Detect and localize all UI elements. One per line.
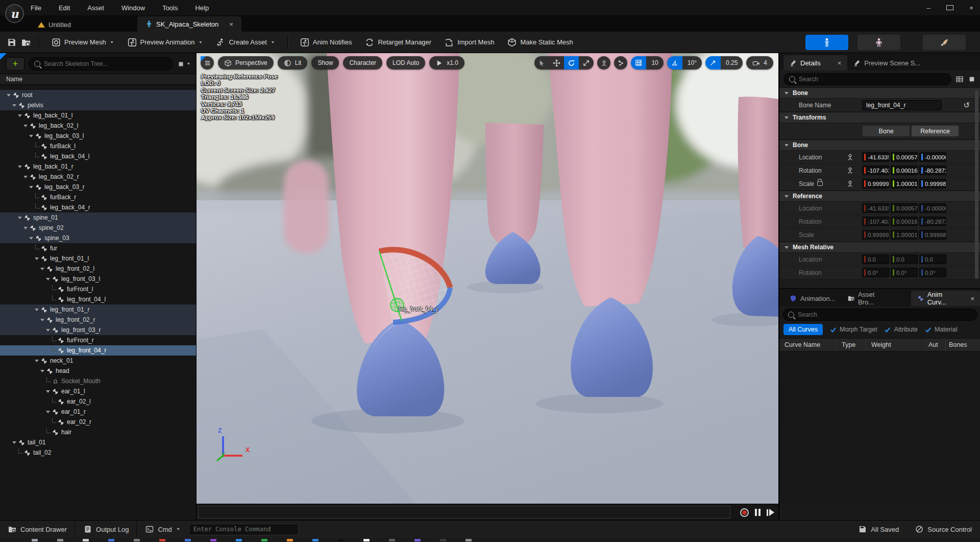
skeleton-tree-search-input[interactable] [44, 60, 167, 67]
curve-filter-checkbox[interactable]: Morph Target [830, 326, 877, 333]
bone-mode-button[interactable]: Bone [862, 125, 910, 137]
tree-row[interactable]: fur [0, 243, 196, 253]
output-log-button[interactable]: Output Log [76, 521, 137, 538]
taskbar-app-icon[interactable] [236, 539, 242, 541]
tree-row[interactable]: furFront_r [0, 335, 196, 345]
expand-arrow-icon[interactable] [28, 234, 35, 242]
expand-arrow-icon[interactable] [44, 275, 52, 282]
source-control-button[interactable]: Source Control [907, 521, 980, 538]
tree-row[interactable]: ear_01_l [0, 386, 196, 396]
tab-skeleton-asset[interactable]: SK_Alpaca_Skeleton × [137, 16, 241, 32]
taskbar-app-icon[interactable] [57, 539, 63, 541]
add-bone-button[interactable]: + [6, 57, 24, 70]
tree-row[interactable]: leg_back_04_r [0, 202, 196, 213]
expand-arrow-icon[interactable] [16, 163, 23, 170]
gimbal-icon[interactable] [846, 179, 854, 188]
taskbar-app-icon[interactable] [159, 539, 165, 541]
taskbar-app-icon[interactable] [363, 539, 370, 541]
tab-animation-notifies[interactable]: Animation... [783, 291, 842, 306]
expand-arrow-icon[interactable] [33, 306, 40, 313]
tree-row[interactable]: spine_03 [0, 233, 196, 243]
bone-chain-button[interactable] [614, 56, 627, 69]
tab-untitled[interactable]: Untitled [32, 17, 77, 32]
expand-arrow-icon[interactable] [16, 214, 23, 221]
browse-content-icon[interactable] [21, 38, 31, 47]
expand-arrow-icon[interactable] [33, 357, 40, 364]
tree-row[interactable]: ear_02_r [0, 417, 196, 427]
expand-arrow-icon[interactable] [11, 439, 18, 446]
save-icon[interactable] [7, 38, 16, 47]
tree-row[interactable]: leg_front_03_l [0, 274, 196, 284]
character-menu[interactable]: Character [343, 56, 382, 69]
lod-selector[interactable]: LOD Auto [386, 56, 425, 69]
3d-viewport[interactable]: Previewing Reference Pose LOD: 0 Current… [197, 53, 778, 520]
anim-notifies-button[interactable]: Anim Notifies [296, 35, 356, 50]
expand-arrow-icon[interactable] [33, 194, 40, 201]
tree-row[interactable]: leg_front_03_r [0, 325, 196, 335]
expand-arrow-icon[interactable] [50, 337, 57, 344]
col-curve-name[interactable]: Curve Name [779, 339, 837, 351]
unreal-logo[interactable]: u [5, 4, 24, 23]
curve-filter-checkbox[interactable]: Material [925, 326, 957, 333]
rotation-x-field[interactable]: -107.403 [862, 166, 889, 175]
gimbal-icon[interactable] [846, 153, 854, 161]
perspective-selector[interactable]: Perspective [218, 56, 274, 69]
select-tool-button[interactable] [534, 56, 549, 69]
scale-y-field[interactable]: 1.000019 [891, 179, 918, 188]
menu-item[interactable]: Window [119, 3, 147, 13]
curve-list-empty[interactable] [779, 351, 980, 505]
make-static-mesh-button[interactable]: Make Static Mesh [503, 35, 577, 50]
section-reference[interactable]: Reference [779, 191, 980, 202]
close-window-button[interactable]: × [968, 4, 975, 12]
close-anim-curves-icon[interactable]: × [970, 295, 974, 302]
location-x-field[interactable]: -41.6335 [862, 152, 889, 162]
expand-arrow-icon[interactable] [39, 367, 46, 374]
tree-row[interactable]: tail_02 [0, 447, 196, 458]
taskbar-app-icon[interactable] [108, 539, 114, 541]
rotation-snap-control[interactable]: 10° [667, 56, 702, 69]
mesh-mode-button[interactable] [857, 35, 900, 50]
tree-row[interactable]: neck_01 [0, 356, 196, 366]
minimize-button[interactable]: – [925, 4, 932, 12]
expand-arrow-icon[interactable] [5, 91, 12, 99]
tree-row[interactable]: hair [0, 427, 196, 437]
curves-search[interactable] [782, 309, 977, 321]
expand-arrow-icon[interactable] [22, 122, 29, 129]
bone-name-input[interactable] [862, 100, 942, 110]
expand-arrow-icon[interactable] [50, 418, 57, 426]
viewport-menu-button[interactable] [201, 56, 214, 69]
tree-row[interactable]: leg_front_02_l [0, 264, 196, 274]
section-transforms[interactable]: Transforms [779, 112, 980, 123]
tree-row[interactable]: leg_front_02_r [0, 315, 196, 325]
reference-mode-button[interactable]: Reference [911, 125, 959, 137]
skeleton-mode-button[interactable] [805, 35, 848, 50]
expand-arrow-icon[interactable] [39, 265, 46, 272]
expand-arrow-icon[interactable] [28, 132, 35, 139]
record-button[interactable] [740, 508, 749, 517]
tree-settings-button[interactable]: ▼ [177, 60, 191, 68]
tree-row[interactable]: spine_01 [0, 213, 196, 223]
console-command-input[interactable] [189, 524, 299, 535]
tab-preview-scene-settings[interactable]: Preview Scene S... [847, 55, 926, 70]
details-search[interactable] [783, 73, 951, 85]
scale-snap-control[interactable]: 0.25 [705, 56, 743, 69]
expand-arrow-icon[interactable] [22, 173, 29, 180]
close-tab-icon[interactable]: × [229, 20, 233, 28]
tree-row[interactable]: leg_front_04_r [0, 345, 196, 356]
section-bone-transform[interactable]: Bone [779, 139, 980, 151]
tree-row[interactable]: leg_back_03_r [0, 182, 196, 192]
tree-row[interactable]: leg_back_02_r [0, 172, 196, 182]
reset-to-default-icon[interactable]: ↺ [963, 101, 970, 110]
expand-arrow-icon[interactable] [28, 183, 35, 191]
col-auto[interactable]: Aut [926, 339, 946, 351]
rotation-z-field[interactable]: -80.2872 [919, 166, 946, 175]
tab-asset-browser[interactable]: Asset Bro... [842, 291, 897, 306]
expand-arrow-icon[interactable] [33, 245, 40, 252]
expand-arrow-icon[interactable] [50, 296, 57, 303]
close-details-tab-icon[interactable]: × [838, 59, 842, 67]
tab-details[interactable]: Details × [783, 55, 847, 70]
all-curves-button[interactable]: All Curves [783, 324, 823, 335]
taskbar-app-icon[interactable] [389, 539, 395, 541]
location-y-field[interactable]: 0.000574 [891, 152, 918, 162]
move-tool-button[interactable] [549, 56, 564, 69]
